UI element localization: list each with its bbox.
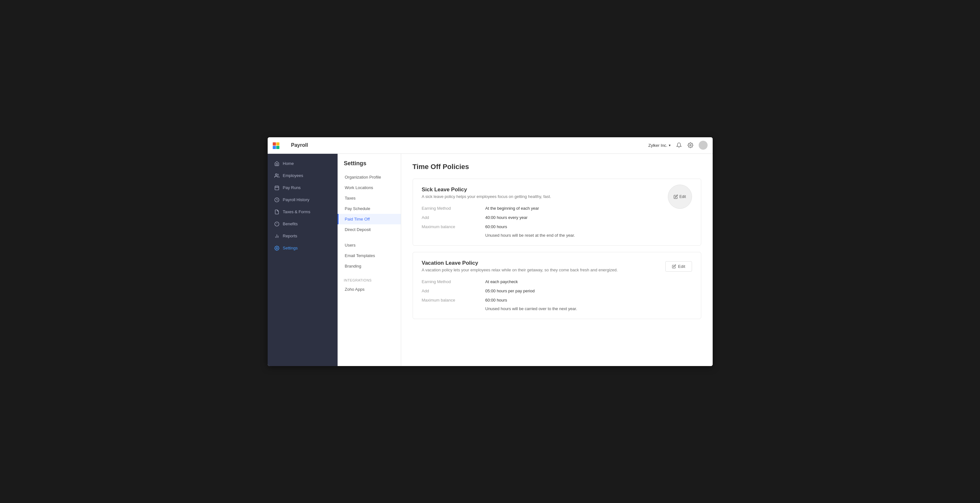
pay-runs-icon xyxy=(274,185,280,190)
settings-nav-direct-deposit[interactable]: Direct Deposit xyxy=(337,224,401,235)
svg-rect-0 xyxy=(273,142,276,146)
company-name-text: Zylker Inc. xyxy=(649,143,668,148)
vacation-leave-note-label xyxy=(422,306,485,311)
sick-leave-edit-label: Edit xyxy=(679,194,686,199)
sidebar-item-settings[interactable]: Settings xyxy=(268,242,337,254)
notifications-icon[interactable] xyxy=(676,142,682,148)
sick-leave-earning-method-label: Earning Method xyxy=(422,205,485,211)
sick-leave-policy-description: A sick leave policy helps your employees… xyxy=(422,194,660,199)
settings-nav-icon xyxy=(274,245,280,251)
sidebar-item-home[interactable]: Home xyxy=(268,158,337,170)
sidebar-label-taxes-forms: Taxes & Forms xyxy=(283,209,310,214)
svg-point-17 xyxy=(276,248,277,249)
employees-icon xyxy=(274,173,280,179)
sidebar-label-pay-runs: Pay Runs xyxy=(283,185,301,190)
settings-nav-email-templates[interactable]: Email Templates xyxy=(337,251,401,261)
sidebar-item-benefits[interactable]: Benefits xyxy=(268,218,337,230)
vacation-leave-earning-method-label: Earning Method xyxy=(422,279,485,285)
sidebar-label-reports: Reports xyxy=(283,233,298,238)
integrations-section-label: INTEGRATIONS xyxy=(337,276,401,284)
sick-leave-note-label xyxy=(422,233,485,238)
sick-leave-edit-button-circle[interactable]: Edit xyxy=(668,185,692,209)
sick-leave-max-balance-value: 60:00 hours xyxy=(485,224,660,230)
sick-leave-note-value: Unused hours will be reset at the end of… xyxy=(485,233,660,238)
zoho-logo-icon xyxy=(273,141,289,149)
settings-nav-paid-time-off[interactable]: Paid Time Off xyxy=(337,214,401,224)
sidebar-label-payroll-history: Payroll History xyxy=(283,197,310,202)
vacation-leave-edit-button[interactable]: Edit xyxy=(665,261,692,272)
content-area: Time Off Policies Sick Leave Policy A si… xyxy=(401,154,713,366)
vacation-leave-edit-label: Edit xyxy=(678,264,685,269)
svg-rect-6 xyxy=(275,186,279,190)
settings-nav-pay-schedule[interactable]: Pay Schedule xyxy=(337,203,401,214)
sick-leave-policy-card: Sick Leave Policy A sick leave policy he… xyxy=(413,179,701,246)
vacation-leave-add-label: Add xyxy=(422,288,485,294)
sidebar-item-payroll-history[interactable]: Payroll History xyxy=(268,194,337,206)
sidebar-label-benefits: Benefits xyxy=(283,222,298,226)
reports-icon xyxy=(274,233,280,239)
vacation-leave-policy-details: Earning Method At each paycheck Add 05:0… xyxy=(422,279,658,311)
sidebar-label-employees: Employees xyxy=(283,173,303,178)
sidebar-item-reports[interactable]: Reports xyxy=(268,230,337,242)
sick-leave-max-balance-label: Maximum balance xyxy=(422,224,485,230)
sidebar-label-home: Home xyxy=(283,161,294,166)
sick-leave-earning-method-value: At the beginning of each year xyxy=(485,205,660,211)
settings-nav-zoho-apps[interactable]: Zoho Apps xyxy=(337,284,401,295)
app-title: Payroll xyxy=(291,142,308,148)
settings-nav-taxes[interactable]: Taxes xyxy=(337,193,401,203)
header: Payroll Zylker Inc. ▾ xyxy=(268,137,713,154)
vacation-leave-earning-method-value: At each paycheck xyxy=(485,279,658,285)
benefits-icon xyxy=(274,221,280,227)
sick-leave-policy-details: Earning Method At the beginning of each … xyxy=(422,205,660,238)
sidebar-item-pay-runs[interactable]: Pay Runs xyxy=(268,182,337,194)
payroll-history-icon xyxy=(274,197,280,203)
sidebar: Home Employees Pay Runs Payroll History xyxy=(268,154,337,366)
vacation-leave-policy-name: Vacation Leave Policy xyxy=(422,260,658,266)
app-window: Payroll Zylker Inc. ▾ Home xyxy=(268,137,713,366)
page-title: Time Off Policies xyxy=(413,163,701,171)
settings-nav-users[interactable]: Users xyxy=(337,240,401,251)
sidebar-item-employees[interactable]: Employees xyxy=(268,170,337,182)
settings-icon[interactable] xyxy=(687,142,694,148)
edit-pencil-icon xyxy=(672,264,676,268)
svg-point-4 xyxy=(689,144,691,146)
vacation-leave-max-balance-value: 60:00 hours xyxy=(485,297,658,303)
sick-leave-add-value: 40:00 hours every year xyxy=(485,214,660,221)
header-right: Zylker Inc. ▾ xyxy=(649,141,708,150)
main-layout: Home Employees Pay Runs Payroll History xyxy=(268,154,713,366)
settings-nav-work-locations[interactable]: Work Locations xyxy=(337,182,401,193)
sidebar-label-settings: Settings xyxy=(283,246,298,251)
settings-panel: Settings Organization Profile Work Locat… xyxy=(337,154,401,366)
settings-nav-organization-profile[interactable]: Organization Profile xyxy=(337,172,401,182)
company-selector[interactable]: Zylker Inc. ▾ xyxy=(649,143,671,148)
home-icon xyxy=(274,161,280,167)
vacation-leave-policy-description: A vacation policy lets your employees re… xyxy=(422,268,658,272)
settings-nav-branding[interactable]: Branding xyxy=(337,261,401,271)
vacation-leave-max-balance-label: Maximum balance xyxy=(422,297,485,303)
svg-point-5 xyxy=(275,174,277,175)
taxes-forms-icon xyxy=(274,209,280,215)
avatar[interactable] xyxy=(699,141,708,150)
svg-rect-3 xyxy=(276,146,279,149)
sick-leave-edit-inner: Edit xyxy=(674,194,686,199)
vacation-leave-add-value: 05:00 hours per pay period xyxy=(485,288,658,294)
settings-panel-title: Settings xyxy=(337,160,401,172)
logo-area: Payroll xyxy=(273,141,308,149)
sidebar-item-taxes-forms[interactable]: Taxes & Forms xyxy=(268,206,337,218)
dropdown-icon: ▾ xyxy=(669,143,671,148)
vacation-leave-note-value: Unused hours will be carried over to the… xyxy=(485,306,658,311)
vacation-leave-policy-card: Vacation Leave Policy A vacation policy … xyxy=(413,252,701,319)
sick-leave-add-label: Add xyxy=(422,214,485,221)
svg-rect-1 xyxy=(276,142,279,146)
svg-rect-2 xyxy=(273,146,276,149)
sick-leave-policy-name: Sick Leave Policy xyxy=(422,187,660,193)
